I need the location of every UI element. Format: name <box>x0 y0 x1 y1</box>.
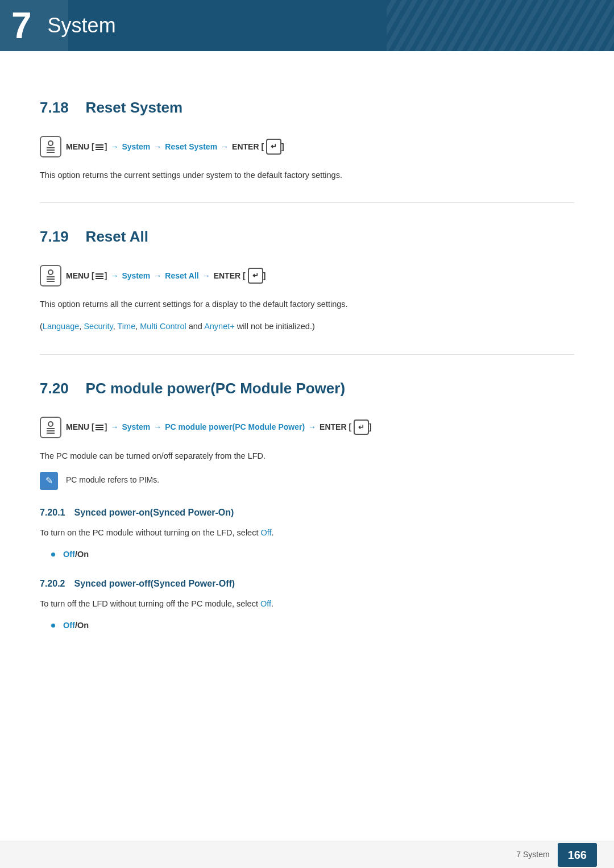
bullet-dot-7202 <box>51 624 55 628</box>
arrow-1-720: → <box>110 421 118 433</box>
enter-icon-718: ↵ <box>266 139 281 155</box>
enter-close-718: ] <box>281 141 284 153</box>
menu-close-718: ] <box>105 141 107 153</box>
arrow-2-719: → <box>154 270 161 282</box>
section-719-number: 7.19 <box>40 228 69 245</box>
menu-bars-icon-718 <box>94 141 105 153</box>
divider-718 <box>40 202 574 203</box>
off-highlight-7201: Off <box>261 528 272 537</box>
enter-label-718: ENTER [ <box>232 141 264 153</box>
section-720-title: 7.20PC module power(PC Module Power) <box>40 377 574 400</box>
anynet-highlight: Anynet+ <box>204 322 235 331</box>
enter-icon-720: ↵ <box>354 420 369 435</box>
nav-reset-all: Reset All <box>165 270 198 282</box>
section-718-title: 7.18Reset System <box>40 97 574 119</box>
menu-label-720: MENU [ <box>66 421 94 433</box>
section-720-number: 7.20 <box>40 380 69 397</box>
menu-bars-icon-720 <box>94 421 105 433</box>
section-719-title: 7.19Reset All <box>40 226 574 248</box>
menu-icon-720 <box>40 417 61 438</box>
note-pencil-icon <box>40 472 58 490</box>
arrow-2-718: → <box>154 141 161 153</box>
arrow-3-718: → <box>221 141 229 153</box>
time-highlight: Time <box>118 322 136 331</box>
enter-close-719: ] <box>263 270 266 282</box>
arrow-3-719: → <box>202 270 210 282</box>
nav-system-718: System <box>122 141 150 153</box>
nav-system-720: System <box>122 421 150 433</box>
bullet-7202: Off / On <box>51 620 574 632</box>
note-box-720: PC module refers to PIMs. <box>40 472 574 490</box>
section-718-number: 7.18 <box>40 99 69 116</box>
on-label-7201: On <box>77 549 89 561</box>
subsection-7202-number: 7.20.2 <box>40 579 65 588</box>
arrow-1-719: → <box>110 270 118 282</box>
on-label-7202: On <box>77 620 89 632</box>
menu-icon-719 <box>40 265 61 286</box>
subsection-7201-title: 7.20.1Synced power-on(Synced Power-On) <box>40 506 574 520</box>
menu-icon-718 <box>40 136 61 157</box>
nav-reset-system: Reset System <box>165 141 217 153</box>
subsection-7202-title: 7.20.2Synced power-off(Synced Power-Off) <box>40 577 574 591</box>
desc-720: The PC module can be turned on/off separ… <box>40 450 574 463</box>
chapter-number: 7 <box>11 7 32 44</box>
divider-719 <box>40 354 574 355</box>
nav-pc-module: PC module power(PC Module Power) <box>165 421 305 433</box>
footer-page-number: 166 <box>558 843 597 867</box>
arrow-2-720: → <box>154 421 161 433</box>
chapter-title: System <box>48 10 116 41</box>
menu-close-720: ] <box>105 421 107 433</box>
arrow-1-718: → <box>110 141 118 153</box>
menu-close-719: ] <box>105 270 107 282</box>
footer: 7 System 166 <box>0 841 614 868</box>
off-highlight-7202: Off <box>260 599 271 608</box>
enter-close-720: ] <box>369 421 372 433</box>
main-content: 7.18Reset System MENU [ ] → System <box>0 51 614 683</box>
off-label-7201: Off <box>63 549 75 561</box>
desc-7201: To turn on the PC module without turning… <box>40 526 574 539</box>
lang-highlight: Language <box>43 322 80 331</box>
desc-7202: To turn off the LFD without turning off … <box>40 597 574 610</box>
security-highlight: Security <box>84 322 113 331</box>
bullet-7201: Off / On <box>51 549 574 561</box>
menu-label-718: MENU [ <box>66 141 94 153</box>
arrow-3-720: → <box>308 421 316 433</box>
note-text-720: PC module refers to PIMs. <box>66 472 159 486</box>
menu-bars-icon-719 <box>94 270 105 282</box>
enter-label-719: ENTER [ <box>214 270 246 282</box>
enter-label-720: ENTER [ <box>320 421 351 433</box>
enter-icon-719: ↵ <box>248 268 263 284</box>
multicontrol-highlight: Multi Control <box>140 322 186 331</box>
header-bar: 7 System <box>0 0 614 51</box>
nav-path-719: MENU [ ] → System → Reset All → ENTER [ … <box>40 265 574 286</box>
bullet-dot-7201 <box>51 553 55 556</box>
menu-label-719: MENU [ <box>66 270 94 282</box>
desc-719: This option returns all the current sett… <box>40 298 574 311</box>
footer-section-label: 7 System <box>516 849 549 861</box>
nav-system-719: System <box>122 270 150 282</box>
nav-path-720: MENU [ ] → System → PC module power(PC M… <box>40 417 574 438</box>
desc-718: This option returns the current settings… <box>40 169 574 182</box>
off-label-7202: Off <box>63 620 75 632</box>
nav-path-718: MENU [ ] → System → Reset System → ENTER… <box>40 136 574 157</box>
note-719: (Language, Security, Time, Multi Control… <box>40 320 574 333</box>
subsection-7201-number: 7.20.1 <box>40 508 65 517</box>
